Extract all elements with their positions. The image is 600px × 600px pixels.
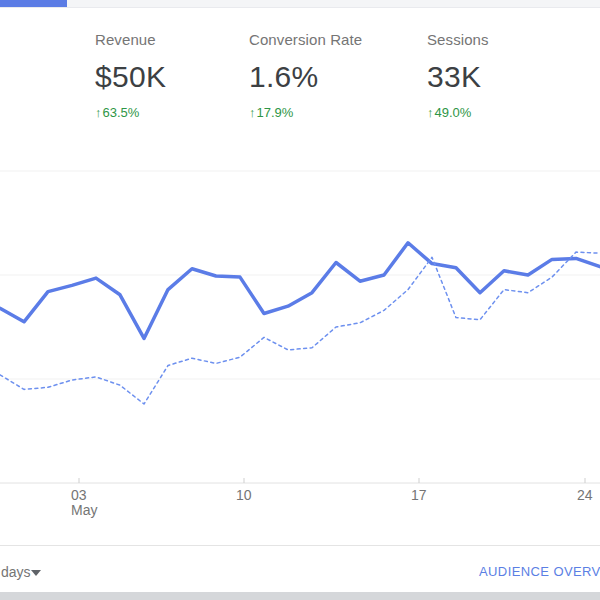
x-axis-sublabel: May <box>71 503 97 518</box>
metric-delta-value: 17.9% <box>257 105 294 120</box>
x-axis-label: 24 <box>577 488 593 503</box>
x-axis-labels: 03May101724 <box>0 488 600 522</box>
metric-delta-value: 49.0% <box>435 105 472 120</box>
metric-revenue: Revenue $50K ↑63.5% <box>95 31 166 120</box>
metric-delta-value: 63.5% <box>103 105 140 120</box>
metric-conversion-rate: Conversion Rate 1.6% ↑17.9% <box>249 31 362 120</box>
up-arrow-icon: ↑ <box>249 105 256 120</box>
metric-label: Conversion Rate <box>249 31 362 48</box>
next-card-edge <box>0 592 600 600</box>
metric-label: Revenue <box>95 31 166 48</box>
tab-bar <box>0 0 600 8</box>
sessions-trend-chart[interactable] <box>0 140 600 490</box>
chart-canvas[interactable] <box>0 140 600 490</box>
metric-value: 1.6% <box>249 60 362 94</box>
metric-sessions: Sessions 33K ↑49.0% <box>427 31 489 120</box>
metric-value: 33K <box>427 60 489 94</box>
metric-label: Sessions <box>427 31 489 48</box>
audience-overview-link[interactable]: AUDIENCE OVERVIEW <box>479 564 600 579</box>
date-range-selector[interactable]: days <box>1 564 31 580</box>
x-axis-label: 03May <box>71 488 97 518</box>
up-arrow-icon: ↑ <box>427 105 434 120</box>
metric-delta: ↑49.0% <box>427 105 489 120</box>
x-axis-label: 10 <box>236 488 252 503</box>
up-arrow-icon: ↑ <box>95 105 102 120</box>
active-tab-indicator <box>0 0 67 7</box>
chevron-down-icon[interactable] <box>31 570 41 576</box>
x-axis-label: 17 <box>411 488 427 503</box>
series-current-period <box>0 243 600 339</box>
metric-delta: ↑63.5% <box>95 105 166 120</box>
metric-delta: ↑17.9% <box>249 105 362 120</box>
metric-value: $50K <box>95 60 166 94</box>
analytics-overview-card: { "colors": { "accent_blue": "#5b7ce5", … <box>0 0 600 600</box>
card-footer: days AUDIENCE OVERVIEW <box>0 545 600 593</box>
